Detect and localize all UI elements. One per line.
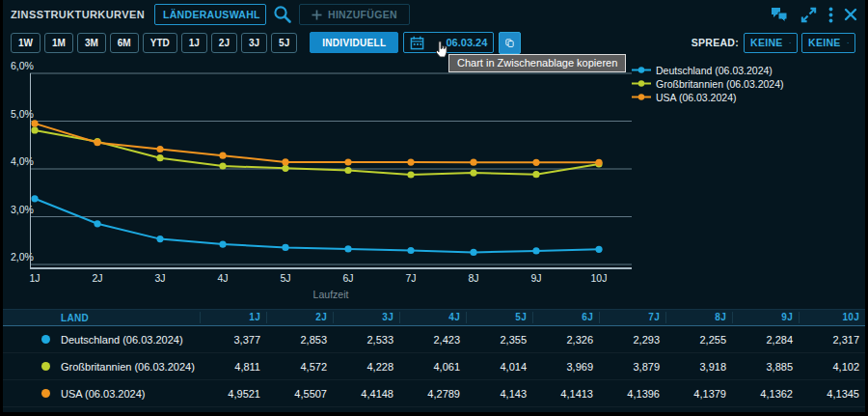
- legend-item-1[interactable]: Großbritannien (06.03.2024): [632, 77, 784, 90]
- country-select[interactable]: LÄNDERAUSWAHL: [154, 4, 266, 25]
- yield-curves-panel: ZINSSTRUKTURKURVEN LÄNDERAUSWAHL HINZUFÜ…: [0, 0, 868, 416]
- period-button-5j[interactable]: 5J: [271, 33, 297, 53]
- row-value-cell: 4,1396: [599, 388, 665, 400]
- copy-icon: [505, 36, 514, 50]
- close-icon: [844, 8, 857, 21]
- data-point: [407, 247, 414, 254]
- data-point: [344, 167, 351, 174]
- x-tick-label: 8J: [468, 272, 478, 284]
- legend-item-0[interactable]: Deutschland (06.03.2024): [632, 64, 784, 76]
- row-value-cell: 2,853: [266, 334, 333, 346]
- column-header-3j[interactable]: 3J: [333, 312, 399, 323]
- data-point: [282, 158, 288, 165]
- data-point: [94, 220, 100, 227]
- period-button-6m[interactable]: 6M: [110, 33, 139, 53]
- row-value-cell: 4,9521: [200, 388, 266, 400]
- x-tick-label: 9J: [530, 272, 541, 284]
- period-button-1j[interactable]: 1J: [181, 33, 207, 53]
- period-button-2j[interactable]: 2J: [211, 33, 237, 53]
- period-button-ytd[interactable]: YTD: [143, 33, 177, 53]
- plus-icon: [312, 10, 322, 20]
- row-value-cell: 3,885: [732, 361, 799, 373]
- row-value-cell: 4,014: [466, 361, 532, 373]
- expand-button[interactable]: [800, 6, 818, 24]
- rates-table: LAND1J2J3J4J5J6J7J8J9J10J Deutschland (0…: [3, 309, 865, 407]
- legend-item-2[interactable]: USA (06.03.2024): [632, 91, 784, 103]
- spread-select-value: KEINE: [808, 37, 841, 48]
- table-row[interactable]: USA (06.03.2024)4,95214,55074,41484,2789…: [3, 380, 865, 407]
- column-header-5j[interactable]: 5J: [466, 312, 532, 323]
- row-value-cell: 4,811: [200, 361, 266, 373]
- x-tick-label: 5J: [280, 272, 290, 284]
- period-button-1m[interactable]: 1M: [44, 33, 73, 53]
- copy-chart-button[interactable]: [499, 32, 521, 54]
- row-value-cell: 4,2789: [399, 388, 466, 400]
- row-value-cell: 2,293: [599, 334, 665, 346]
- x-tick-label: 1J: [29, 272, 40, 284]
- table-row[interactable]: Deutschland (06.03.2024)3,3772,8532,5332…: [3, 326, 865, 353]
- compare-windows-button[interactable]: [770, 6, 789, 23]
- date-value: 06.03.24: [446, 37, 487, 48]
- data-point: [407, 159, 414, 166]
- legend-label: USA (06.03.2024): [656, 92, 736, 103]
- column-header-land[interactable]: LAND: [59, 313, 200, 323]
- series-color-dot: [41, 389, 50, 398]
- data-point: [219, 153, 226, 159]
- column-header-6j[interactable]: 6J: [532, 312, 599, 323]
- data-point: [344, 158, 351, 165]
- add-country-button[interactable]: HINZUFÜGEN: [299, 4, 410, 25]
- column-header-10j[interactable]: 10J: [799, 312, 865, 323]
- mouse-cursor: [434, 41, 448, 58]
- x-tick-label: 2J: [92, 272, 102, 284]
- data-point: [344, 245, 351, 252]
- close-button[interactable]: [844, 8, 857, 21]
- x-tick-label: 7J: [405, 272, 416, 284]
- data-point: [470, 159, 476, 166]
- row-value-cell: 4,4148: [333, 388, 399, 400]
- row-dot-cell: [32, 335, 59, 344]
- period-button-3j[interactable]: 3J: [241, 33, 267, 53]
- data-point: [156, 236, 163, 242]
- row-dot-cell: [32, 362, 59, 371]
- legend-label: Deutschland (06.03.2024): [656, 65, 773, 76]
- row-land-cell: Großbritannien (06.03.2024): [59, 361, 200, 373]
- row-land-cell: USA (06.03.2024): [59, 388, 200, 400]
- more-options-button[interactable]: [828, 7, 833, 23]
- add-country-label: HINZUFÜGEN: [328, 9, 397, 20]
- row-value-cell: 2,533: [333, 334, 399, 346]
- date-input[interactable]: 06.03.24: [403, 32, 494, 53]
- series-color-dot: [41, 362, 50, 371]
- copy-tooltip: Chart in Zwischenablage kopieren: [448, 54, 626, 72]
- individual-period-button[interactable]: INDIVIDUELL: [310, 32, 398, 53]
- country-select-label: LÄNDERAUSWAHL: [163, 9, 260, 20]
- row-value-cell: 3,969: [532, 361, 599, 373]
- series-line-0: [35, 199, 599, 253]
- x-tick-label: 6J: [342, 272, 353, 284]
- x-tick-label: 4J: [217, 272, 228, 284]
- spread-select-2[interactable]: KEINE: [801, 33, 855, 53]
- kebab-menu-icon: [828, 7, 833, 23]
- column-header-2j[interactable]: 2J: [266, 312, 333, 323]
- row-value-cell: 4,102: [799, 361, 865, 373]
- column-header-8j[interactable]: 8J: [665, 312, 732, 323]
- x-tick-label: 10J: [591, 272, 608, 284]
- row-value-cell: 4,1379: [665, 388, 732, 400]
- column-header-4j[interactable]: 4J: [399, 312, 466, 323]
- row-dot-cell: [32, 389, 59, 398]
- y-tick-label: 6,0%: [11, 60, 34, 71]
- period-button-group: 1W1M3M6MYTD1J2J3J5J: [11, 33, 301, 53]
- series-color-dot: [41, 335, 50, 344]
- period-button-1w[interactable]: 1W: [11, 33, 41, 53]
- data-point: [532, 247, 539, 254]
- column-header-7j[interactable]: 7J: [599, 312, 665, 323]
- table-row[interactable]: Großbritannien (06.03.2024)4,8114,5724,2…: [3, 353, 865, 380]
- search-button[interactable]: [272, 4, 293, 25]
- spread-select-1[interactable]: KEINE: [744, 33, 798, 53]
- column-header-1j[interactable]: 1J: [200, 312, 266, 323]
- row-value-cell: 4,228: [333, 361, 399, 373]
- data-point: [156, 154, 163, 161]
- row-value-cell: 4,061: [399, 361, 466, 373]
- panel-title: ZINSSTRUKTURKURVEN: [11, 9, 145, 20]
- column-header-9j[interactable]: 9J: [732, 312, 799, 323]
- period-button-3m[interactable]: 3M: [77, 33, 106, 53]
